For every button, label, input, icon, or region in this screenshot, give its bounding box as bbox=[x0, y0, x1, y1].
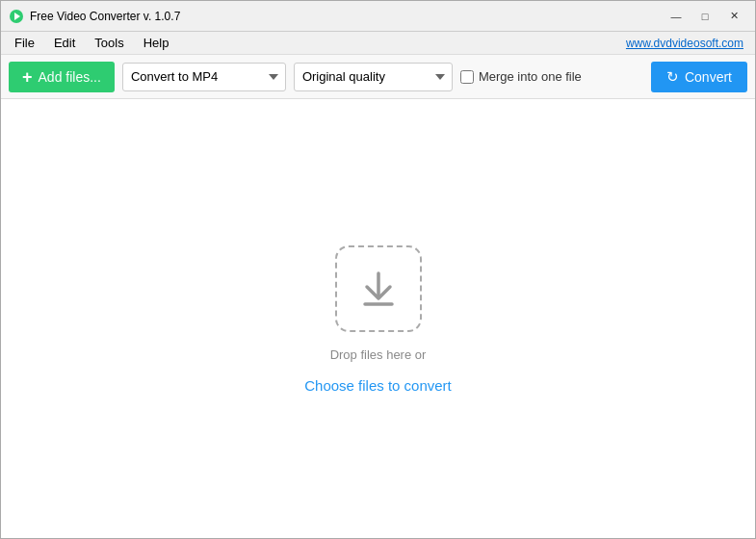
format-select[interactable]: Convert to MP4 Convert to AVI Convert to… bbox=[122, 63, 286, 91]
menu-item-file[interactable]: File bbox=[5, 34, 44, 52]
title-bar-controls: — □ ✕ bbox=[663, 7, 747, 26]
merge-checkbox[interactable] bbox=[460, 70, 474, 84]
convert-button[interactable]: ↻ Convert bbox=[651, 62, 747, 92]
choose-files-link[interactable]: Choose files to convert bbox=[304, 377, 452, 394]
drop-zone-icon bbox=[335, 245, 422, 332]
minimize-button[interactable]: — bbox=[663, 7, 690, 26]
add-files-button[interactable]: + Add files... bbox=[9, 62, 115, 92]
main-area: Drop files here or Choose files to conve… bbox=[1, 99, 755, 539]
plus-icon: + bbox=[22, 68, 33, 86]
merge-container: Merge into one file bbox=[460, 69, 582, 84]
refresh-icon: ↻ bbox=[666, 68, 679, 86]
toolbar: + Add files... Convert to MP4 Convert to… bbox=[1, 55, 755, 99]
convert-label: Convert bbox=[685, 69, 732, 85]
menu-item-tools[interactable]: Tools bbox=[85, 34, 133, 52]
menu-bar: File Edit Tools Help www.dvdvideosoft.co… bbox=[1, 32, 755, 55]
close-button[interactable]: ✕ bbox=[720, 7, 747, 26]
add-files-label: Add files... bbox=[39, 69, 101, 85]
menu-item-help[interactable]: Help bbox=[134, 34, 179, 52]
menu-items: File Edit Tools Help bbox=[5, 34, 178, 52]
app-icon bbox=[9, 9, 24, 24]
website-link[interactable]: www.dvdvideosoft.com bbox=[626, 37, 751, 50]
download-arrow-icon bbox=[357, 268, 400, 310]
maximize-button[interactable]: □ bbox=[691, 7, 718, 26]
quality-select[interactable]: Original quality High quality Medium qua… bbox=[294, 63, 453, 91]
title-bar: Free Video Converter v. 1.0.7 — □ ✕ bbox=[1, 1, 755, 32]
merge-label: Merge into one file bbox=[479, 69, 582, 84]
drop-text: Drop files here or bbox=[330, 344, 427, 366]
title-bar-text: Free Video Converter v. 1.0.7 bbox=[30, 10, 663, 23]
menu-item-edit[interactable]: Edit bbox=[44, 34, 85, 52]
